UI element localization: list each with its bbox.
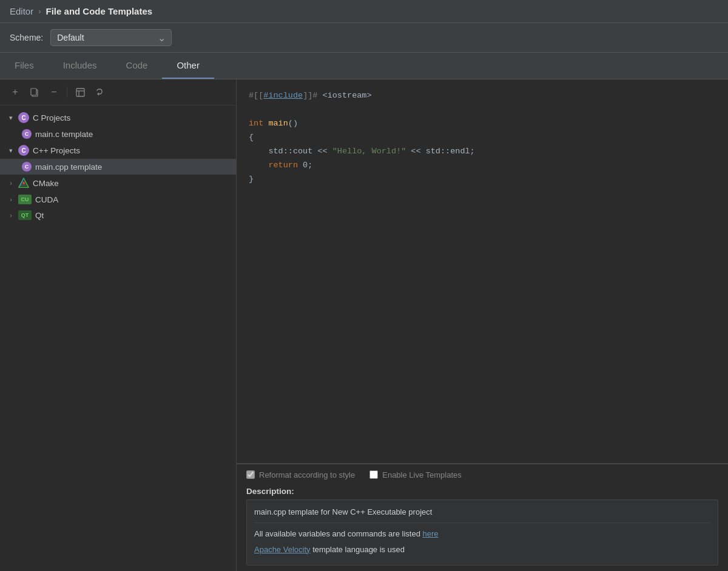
cmake-icon — [18, 178, 29, 189]
desc-here-link[interactable]: here — [422, 529, 438, 538]
header-bar: Editor › File and Code Templates — [0, 0, 728, 23]
qt-label: Qt — [35, 211, 44, 220]
desc-line-2: All available variables and commands are… — [254, 528, 710, 540]
sidebar: + − — [0, 79, 237, 571]
toolbar-separator — [67, 87, 67, 98]
scheme-row: Scheme: Default Project — [0, 23, 728, 53]
breadcrumb-chevron: › — [38, 7, 41, 16]
tree-item-qt[interactable]: › QT Qt — [0, 207, 236, 223]
tabs-row: Files Includes Code Other — [0, 53, 728, 79]
scheme-select-wrapper: Default Project — [50, 29, 172, 46]
svg-point-7 — [22, 182, 25, 184]
tab-code[interactable]: Code — [112, 53, 163, 79]
code-editor[interactable]: #[[#include]]# <iostream> int main() { s… — [237, 79, 728, 464]
tab-includes[interactable]: Includes — [49, 53, 112, 79]
code-line-1: #[[#include]]# <iostream> — [249, 89, 716, 103]
desc-variables-prefix: All available variables and commands are… — [254, 529, 422, 538]
description-label: Description: — [246, 487, 718, 496]
desc-velocity-link[interactable]: Apache Velocity — [254, 545, 311, 554]
live-templates-label: Enable Live Templates — [382, 470, 462, 479]
sidebar-toolbar: + − — [0, 79, 236, 105]
cpp-icon: C — [18, 145, 29, 156]
svg-rect-1 — [31, 88, 36, 95]
code-line-3: int main() — [249, 117, 716, 131]
content-area: #[[#include]]# <iostream> int main() { s… — [237, 79, 728, 571]
desc-line-3: Apache Velocity template language is use… — [254, 544, 710, 556]
description-box: main.cpp template for New C++ Executable… — [246, 499, 718, 566]
tree-item-main-c[interactable]: C main.c template — [0, 126, 236, 142]
tab-files[interactable]: Files — [0, 53, 49, 79]
main-cpp-label: main.cpp template — [35, 162, 102, 172]
live-templates-checkbox-label[interactable]: Enable Live Templates — [369, 470, 462, 479]
chevron-cuda: › — [7, 196, 15, 203]
reformat-checkbox[interactable] — [246, 470, 255, 479]
tab-other[interactable]: Other — [162, 53, 214, 79]
bottom-panel: Reformat according to style Enable Live … — [237, 464, 728, 572]
cpp-projects-label: C++ Projects — [33, 146, 80, 155]
tree-item-cpp-projects[interactable]: ▾ C C++ Projects — [0, 142, 236, 159]
code-line-7: } — [249, 173, 716, 187]
svg-rect-2 — [76, 88, 84, 96]
checkbox-row: Reformat according to style Enable Live … — [246, 470, 718, 479]
scheme-dropdown[interactable]: Default Project — [50, 29, 172, 46]
code-line-6: return 0; — [249, 159, 716, 173]
code-line-5: std::cout << "Hello, World!" << std::end… — [249, 145, 716, 159]
c-icon: C — [18, 112, 29, 123]
main-area: + − — [0, 79, 728, 571]
tree-item-main-cpp[interactable]: C main.cpp template — [0, 159, 236, 175]
template-button[interactable] — [72, 84, 88, 100]
tree-item-cuda[interactable]: › CU CUDA — [0, 192, 236, 207]
remove-button[interactable]: − — [46, 84, 62, 100]
desc-line-1: main.cpp template for New C++ Executable… — [254, 506, 710, 518]
chevron-cmake: › — [7, 179, 15, 187]
scheme-label: Scheme: — [10, 33, 43, 42]
cuda-label: CUDA — [35, 195, 58, 204]
desc-velocity-suffix: template language is used — [311, 545, 405, 554]
qt-icon: QT — [18, 210, 32, 220]
template-tree: ▾ C C Projects C main.c template ▾ C C++… — [0, 105, 236, 571]
undo-button[interactable] — [92, 84, 107, 100]
c-file-icon: C — [22, 129, 32, 139]
desc-divider — [254, 523, 710, 523]
chevron-cpp-projects: ▾ — [7, 147, 15, 155]
page-title: File and Code Templates — [46, 6, 153, 16]
cuda-icon: CU — [18, 195, 32, 204]
tree-item-c-projects[interactable]: ▾ C C Projects — [0, 109, 236, 126]
reformat-checkbox-label[interactable]: Reformat according to style — [246, 470, 355, 479]
main-c-label: main.c template — [35, 130, 93, 139]
copy-button[interactable] — [27, 84, 42, 100]
cmake-label: CMake — [33, 179, 59, 188]
reformat-label: Reformat according to style — [259, 470, 355, 479]
code-line-4: { — [249, 131, 716, 145]
code-line-2 — [249, 103, 716, 117]
editor-breadcrumb[interactable]: Editor — [10, 6, 33, 16]
chevron-qt: › — [7, 212, 15, 219]
tree-item-cmake[interactable]: › CMake — [0, 175, 236, 192]
add-button[interactable]: + — [7, 84, 23, 100]
cpp-file-icon: C — [22, 162, 32, 172]
c-projects-label: C Projects — [33, 113, 70, 122]
chevron-c-projects: ▾ — [7, 114, 15, 122]
live-templates-checkbox[interactable] — [369, 470, 378, 479]
